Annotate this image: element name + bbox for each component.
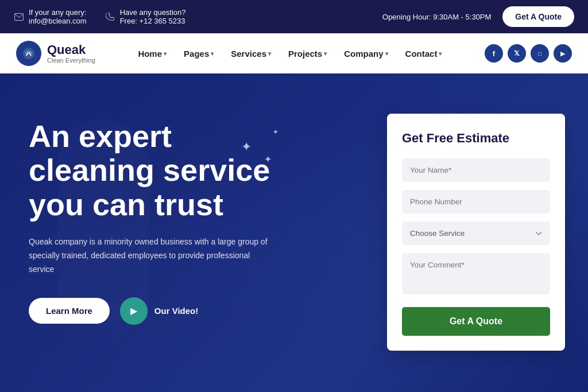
email-info: If your any query: info@bclean.com <box>14 8 87 25</box>
form-submit-button[interactable]: Get A Quote <box>402 307 550 336</box>
nav-company-label: Company <box>344 49 383 59</box>
brand-tagline: Clean Everything <box>47 57 95 64</box>
nav-projects-label: Projects <box>288 49 322 59</box>
phone-info: Have any question? Free: +12 365 5233 <box>105 8 186 25</box>
sparkle-decoration-2: ✦ <box>264 154 272 165</box>
nav-contact[interactable]: Contact ▾ <box>399 44 449 63</box>
nav-projects[interactable]: Projects ▾ <box>281 44 334 63</box>
phone-label: Have any question? <box>120 8 186 17</box>
nav-services[interactable]: Services ▾ <box>224 44 278 63</box>
nav-pages-arrow: ▾ <box>211 51 214 57</box>
sparkle-decoration-3: ✦ <box>273 128 278 136</box>
estimate-form-card: Get Free Estimate Choose Service House C… <box>387 114 565 351</box>
video-play-button[interactable]: ▶ <box>120 297 148 325</box>
video-label: Our Video! <box>154 306 198 316</box>
nav-contact-arrow: ▾ <box>439 51 442 57</box>
youtube-button[interactable]: ▶ <box>554 44 572 63</box>
hero-description: Queak company is a minority owned busine… <box>29 235 276 276</box>
nav-services-label: Services <box>231 49 266 59</box>
nav-company-arrow: ▾ <box>385 51 388 57</box>
nav-menu: Home ▾ Pages ▾ Services ▾ Projects ▾ Com… <box>131 44 448 63</box>
name-group <box>402 158 550 182</box>
facebook-button[interactable]: f <box>485 44 503 63</box>
top-bar-right: Opening Hour: 9:30AM - 5:30PM Get A Quot… <box>382 6 574 27</box>
nav-home-arrow: ▾ <box>164 51 167 57</box>
email-icon <box>14 11 24 22</box>
instagram-button[interactable]: □ <box>531 44 549 63</box>
service-group: Choose Service House Cleaning Office Cle… <box>402 222 550 245</box>
name-input[interactable] <box>402 158 550 182</box>
top-bar: If your any query: info@bclean.com Have … <box>0 0 588 33</box>
nav-company[interactable]: Company ▾ <box>337 44 394 63</box>
hero-section: ✦ ✦ ✦ An expertcleaning serviceyou can t… <box>0 73 588 392</box>
email-value: info@bclean.com <box>29 17 87 25</box>
nav-pages-label: Pages <box>184 49 209 59</box>
nav-home[interactable]: Home ▾ <box>131 44 173 63</box>
opening-hours: Opening Hour: 9:30AM - 5:30PM <box>382 13 491 21</box>
hero-left: An expertcleaning serviceyou can trust Q… <box>29 108 370 325</box>
nav-home-label: Home <box>138 49 162 59</box>
service-select[interactable]: Choose Service House Cleaning Office Cle… <box>402 222 550 245</box>
sparkle-decoration-1: ✦ <box>241 139 252 154</box>
phone-value: Free: +12 365 5233 <box>120 17 186 25</box>
hero-content: An expertcleaning serviceyou can trust Q… <box>0 73 588 392</box>
comment-group <box>402 253 550 297</box>
hero-actions: Learn More ▶ Our Video! <box>29 297 370 325</box>
nav-pages[interactable]: Pages ▾ <box>177 44 220 63</box>
nav-projects-arrow: ▾ <box>324 51 327 57</box>
logo-icon <box>16 41 41 66</box>
social-links: f 𝕏 □ ▶ <box>485 44 572 63</box>
brand-name: Queak <box>47 43 95 57</box>
nav-contact-label: Contact <box>405 49 438 59</box>
top-bar-left: If your any query: info@bclean.com Have … <box>14 8 186 25</box>
top-quote-button[interactable]: Get A Quote <box>502 6 574 27</box>
video-button-wrap[interactable]: ▶ Our Video! <box>120 297 198 325</box>
phone-icon <box>105 11 115 22</box>
logo[interactable]: Queak Clean Everything <box>16 41 95 66</box>
comment-textarea[interactable] <box>402 253 550 294</box>
phone-input[interactable] <box>402 190 550 214</box>
twitter-button[interactable]: 𝕏 <box>508 44 526 63</box>
phone-group <box>402 190 550 214</box>
svg-rect-0 <box>15 13 24 20</box>
nav-services-arrow: ▾ <box>268 51 271 57</box>
learn-more-button[interactable]: Learn More <box>29 298 110 324</box>
hero-heading: An expertcleaning serviceyou can trust <box>29 119 370 222</box>
email-label: If your any query: <box>29 8 87 17</box>
form-title: Get Free Estimate <box>402 131 550 146</box>
navbar: Queak Clean Everything Home ▾ Pages ▾ Se… <box>0 33 588 73</box>
